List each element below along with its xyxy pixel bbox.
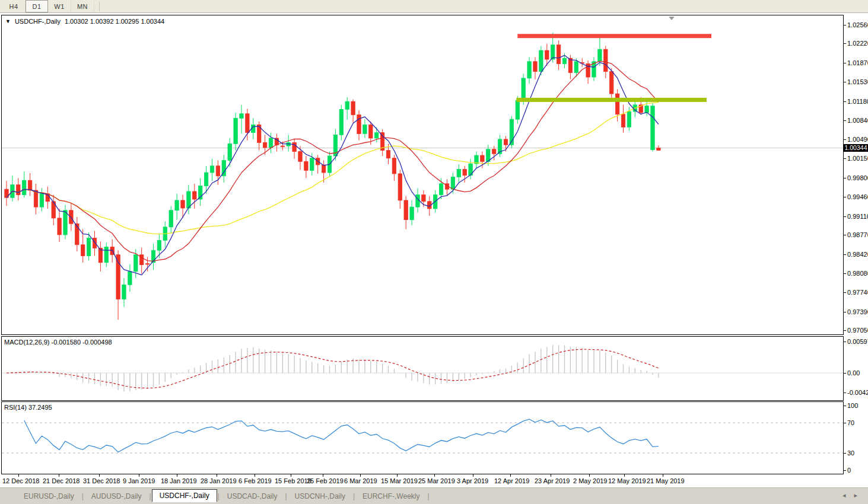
price-axis-label-tick <box>844 63 846 63</box>
toolbar-separator <box>99 2 100 11</box>
tab-usdcad-daily[interactable]: USDCAD-,Daily <box>220 490 285 502</box>
date-tick <box>434 474 435 477</box>
date-tick <box>589 474 590 477</box>
rsi-canvas[interactable] <box>2 402 843 474</box>
date-tick <box>291 474 291 477</box>
price-axis-label-tick <box>844 43 846 44</box>
current-price-badge: 1.00344 <box>844 144 868 152</box>
chart-shift-marker-icon <box>669 17 675 20</box>
date-axis-label: 12 May 2019 <box>608 477 646 484</box>
chart-dropdown-icon[interactable]: ▼ <box>5 18 11 24</box>
date-tick <box>255 474 255 477</box>
price-axis-label: 1.02560 <box>847 21 868 28</box>
date-tick <box>139 474 139 477</box>
price-axis-label-tick <box>844 178 846 178</box>
tab-scroll-arrows: ◂ ▸ <box>842 491 857 499</box>
date-axis-label: 6 Mar 2019 <box>344 477 377 484</box>
date-tick <box>360 474 361 477</box>
price-axis-label: 0.99460 <box>847 193 868 200</box>
date-axis-label: 15 Feb 2019 <box>275 477 311 484</box>
ma-fast-line <box>7 55 659 275</box>
date-axis-label: 21 Dec 2018 <box>43 477 80 484</box>
tab-usdcnh-daily[interactable]: USDCNH-,Daily <box>288 490 352 502</box>
price-axis-label: 1.01870 <box>847 59 868 66</box>
candles <box>5 33 660 320</box>
price-axis-label-tick <box>844 254 846 255</box>
price-axis-label: 0.98420 <box>847 251 868 258</box>
price-axis-label-tick <box>844 273 846 274</box>
rsi-axis-label-tick <box>844 470 846 471</box>
date-axis-label: 12 Apr 2019 <box>494 477 529 484</box>
price-chart-panel: ▼ USDCHF-,Daily 1.00302 1.00392 1.00295 … <box>1 15 844 335</box>
date-tick <box>663 474 663 477</box>
macd-signal-line <box>7 349 659 388</box>
tab-eurchf-weekly[interactable]: EURCHF-,Weekly <box>355 490 427 502</box>
tab-scroll-right-button[interactable]: ▸ <box>854 491 857 499</box>
price-axis-label: 1.00490 <box>847 136 868 143</box>
macd-axis-label: -0.004243 <box>847 389 868 396</box>
price-axis-label: 0.98080 <box>847 270 868 277</box>
date-axis-label: 2 May 2019 <box>573 477 607 484</box>
rsi-axis-label: 30 <box>847 449 854 457</box>
chart-title: ▼ USDCHF-,Daily 1.00302 1.00392 1.00295 … <box>5 18 164 25</box>
macd-label: MACD(12,26,9) -0.001580 -0.000498 <box>4 339 112 346</box>
price-axis-label-tick <box>844 235 846 235</box>
rsi-axis-label: 70 <box>847 419 854 426</box>
date-tick <box>177 474 177 477</box>
macd-canvas[interactable] <box>2 337 843 400</box>
price-axis-label: 0.99110 <box>847 213 868 220</box>
date-axis-label: 25 Mar 2019 <box>418 477 455 484</box>
tab-eurusd-daily[interactable]: EURUSD-,Daily <box>17 490 81 502</box>
timeframe-button-h4[interactable]: H4 <box>2 1 26 12</box>
macd-axis-label-tick <box>844 393 846 393</box>
rsi-axis-label: 0 <box>847 467 851 474</box>
date-tick <box>99 474 100 477</box>
chart-tab-bar: EURUSD-,Daily|AUDUSD-,Daily|USDCHF-,Dail… <box>0 487 868 504</box>
price-axis-label: 1.00840 <box>847 117 868 124</box>
price-axis-label: 0.97050 <box>847 327 868 334</box>
rsi-panel: RSI(14) 37.2495 <box>1 401 844 474</box>
macd-axis-label: 0.00597 <box>847 338 868 345</box>
tab-separator: | <box>427 492 430 500</box>
rsi-axis-label-tick <box>844 423 846 423</box>
price-axis-label: 0.99800 <box>847 174 868 181</box>
date-tick <box>18 474 19 477</box>
timeframe-button-mn[interactable]: MN <box>71 1 94 12</box>
tab-usdchf-daily[interactable]: USDCHF-,Daily <box>152 489 217 502</box>
rsi-axis-label-tick <box>844 406 846 406</box>
ma-slow-line <box>7 102 659 234</box>
resistance-line[interactable] <box>517 34 711 38</box>
macd-axis-label: 0.00 <box>847 369 860 377</box>
price-axis-label-tick <box>844 101 846 102</box>
macd-panel: MACD(12,26,9) -0.001580 -0.000498 <box>1 336 844 401</box>
price-axis-label: 1.02220 <box>847 40 868 47</box>
tab-audusd-daily[interactable]: AUDUSD-,Daily <box>84 490 149 502</box>
rsi-axis-label: 100 <box>847 402 858 409</box>
price-axis-label-tick <box>844 25 846 25</box>
date-axis-label: 9 Jan 2019 <box>123 477 155 484</box>
timeframe-button-d1[interactable]: D1 <box>26 0 48 12</box>
price-axis-label: 1.00150 <box>847 155 868 162</box>
price-axis-label-tick <box>844 82 846 82</box>
rsi-line <box>24 419 659 452</box>
price-axis-label-tick <box>844 158 846 159</box>
rsi-label: RSI(14) 37.2495 <box>4 404 52 411</box>
price-chart-canvas[interactable] <box>2 15 843 334</box>
price-axis-label: 1.01530 <box>847 78 868 85</box>
price-axis[interactable]: 1.00344 1.025601.022201.018701.015301.01… <box>844 0 868 504</box>
timeframe-button-w1[interactable]: W1 <box>48 1 71 12</box>
date-axis-label: 3 Apr 2019 <box>457 477 488 484</box>
date-tick <box>323 474 323 477</box>
date-axis[interactable]: 12 Dec 201821 Dec 201831 Dec 20189 Jan 2… <box>0 474 844 487</box>
price-axis-label: 0.97390 <box>847 308 868 315</box>
date-tick <box>59 474 59 477</box>
chart-symbol-label: USDCHF-,Daily <box>15 18 61 25</box>
price-axis-label: 0.98770 <box>847 231 868 238</box>
price-axis-label-tick <box>844 312 846 312</box>
price-axis-label-tick <box>844 139 846 140</box>
price-axis-label: 1.01180 <box>847 98 868 105</box>
date-axis-label: 23 Apr 2019 <box>535 477 570 484</box>
support-line[interactable] <box>516 98 707 102</box>
date-tick <box>473 474 473 477</box>
tab-scroll-left-button[interactable]: ◂ <box>842 491 846 499</box>
